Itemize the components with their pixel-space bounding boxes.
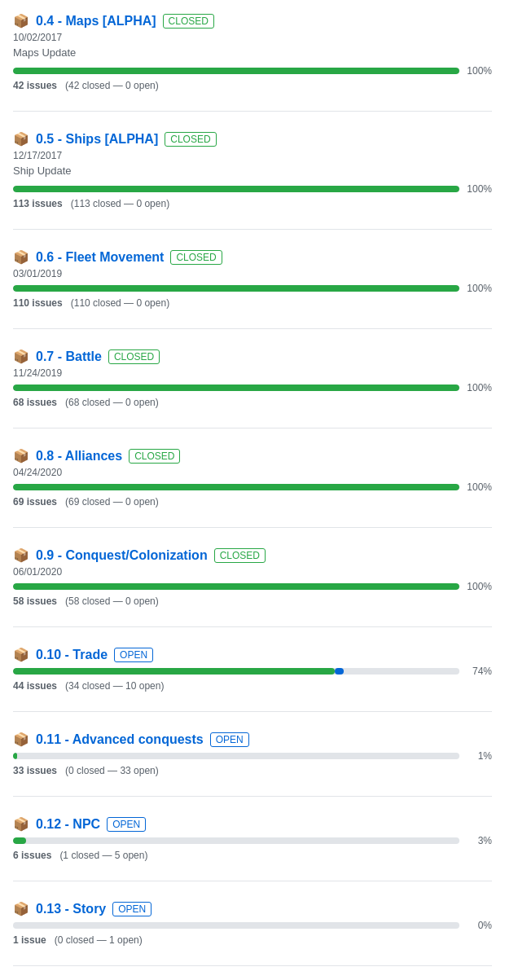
milestone-header: 📦 0.6 - Fleet Movement CLOSED xyxy=(13,249,492,265)
milestone-status-badge: CLOSED xyxy=(165,132,216,147)
milestone-item: 📦 0.13 - Story OPEN 0% 1 issue (0 closed… xyxy=(13,901,492,966)
milestone-progress-container: 100% xyxy=(13,382,492,393)
milestone-progress-container: 100% xyxy=(13,481,492,493)
milestone-progress-container: 100% xyxy=(13,581,492,592)
milestone-icon: 📦 xyxy=(13,131,29,147)
milestone-header: 📦 0.8 - Alliances CLOSED xyxy=(13,448,492,464)
milestone-progress-container: 3% xyxy=(13,835,492,846)
milestone-title[interactable]: 0.4 - Maps [ALPHA] xyxy=(36,14,156,29)
milestone-header: 📦 0.13 - Story OPEN xyxy=(13,901,492,916)
milestone-title[interactable]: 0.12 - NPC xyxy=(36,817,100,832)
milestone-title[interactable]: 0.9 - Conquest/Colonization xyxy=(36,548,208,563)
milestone-icon: 📦 xyxy=(13,647,29,662)
milestone-progress-pct: 100% xyxy=(466,382,492,393)
milestone-icon: 📦 xyxy=(13,816,29,832)
milestone-progress-container: 74% xyxy=(13,666,492,677)
milestone-progress-track xyxy=(13,668,459,675)
milestone-progress-pct: 100% xyxy=(466,283,492,294)
milestone-icon: 📦 xyxy=(13,732,29,747)
milestone-progress-pct: 74% xyxy=(466,666,492,677)
milestone-progress-container: 1% xyxy=(13,750,492,762)
milestone-icon: 📦 xyxy=(13,448,29,464)
milestone-stats: 1 issue (0 closed — 1 open) xyxy=(13,934,492,946)
milestone-title[interactable]: 0.6 - Fleet Movement xyxy=(36,250,164,265)
milestone-stats: 33 issues (0 closed — 33 open) xyxy=(13,765,492,776)
milestone-item: 📦 0.9 - Conquest/Colonization CLOSED 06/… xyxy=(13,547,492,627)
milestone-title[interactable]: 0.10 - Trade xyxy=(36,648,108,662)
milestone-progress-track xyxy=(13,837,459,844)
milestone-stats: 68 issues (68 closed — 0 open) xyxy=(13,397,492,408)
milestone-progress-pct: 1% xyxy=(466,750,492,762)
milestone-status-badge: OPEN xyxy=(107,817,146,832)
milestone-item: 📦 0.10 - Trade OPEN 74% 44 issues (34 cl… xyxy=(13,647,492,712)
milestone-date: 11/24/2019 xyxy=(13,367,492,379)
milestone-status-badge: CLOSED xyxy=(170,250,222,265)
milestone-progress-track xyxy=(13,753,459,759)
milestone-title[interactable]: 0.13 - Story xyxy=(36,902,106,916)
milestone-status-badge: OPEN xyxy=(114,648,153,662)
milestone-item: 📦 0.6 - Fleet Movement CLOSED 03/01/2019… xyxy=(13,249,492,329)
milestone-title[interactable]: 0.8 - Alliances xyxy=(36,449,122,464)
milestone-header: 📦 0.9 - Conquest/Colonization CLOSED xyxy=(13,547,492,563)
milestone-header: 📦 0.11 - Advanced conquests OPEN xyxy=(13,732,492,747)
milestone-date: 10/02/2017 xyxy=(13,32,492,43)
milestone-icon: 📦 xyxy=(13,901,29,916)
milestone-header: 📦 0.12 - NPC OPEN xyxy=(13,816,492,832)
milestone-progress-track xyxy=(13,186,459,192)
milestone-progress-pct: 100% xyxy=(466,581,492,592)
milestone-status-badge: CLOSED xyxy=(108,349,160,364)
milestone-item: 📦 0.4 - Maps [ALPHA] CLOSED 10/02/2017 M… xyxy=(13,13,492,112)
milestone-item: 📦 0.8 - Alliances CLOSED 04/24/2020 100%… xyxy=(13,448,492,528)
milestone-progress-container: 100% xyxy=(13,65,492,77)
milestone-progress-track xyxy=(13,922,459,929)
milestone-header: 📦 0.7 - Battle CLOSED xyxy=(13,349,492,364)
milestone-status-badge: CLOSED xyxy=(129,449,180,464)
milestone-icon: 📦 xyxy=(13,547,29,563)
milestone-date: 03/01/2019 xyxy=(13,268,492,279)
milestone-status-badge: OPEN xyxy=(112,902,152,916)
milestone-date: 06/01/2020 xyxy=(13,566,492,578)
milestone-progress-track xyxy=(13,583,459,590)
milestone-item: 📦 0.11 - Advanced conquests OPEN 1% 33 i… xyxy=(13,732,492,797)
milestone-header: 📦 0.4 - Maps [ALPHA] CLOSED xyxy=(13,13,492,29)
milestone-header: 📦 0.10 - Trade OPEN xyxy=(13,647,492,662)
milestone-title[interactable]: 0.5 - Ships [ALPHA] xyxy=(36,132,158,147)
milestone-header: 📦 0.5 - Ships [ALPHA] CLOSED xyxy=(13,131,492,147)
milestone-stats: 6 issues (1 closed — 5 open) xyxy=(13,850,492,861)
milestone-date: 12/17/2017 xyxy=(13,150,492,161)
milestone-status-badge: CLOSED xyxy=(163,14,214,29)
milestone-progress-track xyxy=(13,68,459,74)
milestone-title[interactable]: 0.7 - Battle xyxy=(36,349,102,364)
milestone-stats: 44 issues (34 closed — 10 open) xyxy=(13,680,492,692)
milestone-progress-track xyxy=(13,285,459,292)
milestone-item: 📦 0.5 - Ships [ALPHA] CLOSED 12/17/2017 … xyxy=(13,131,492,230)
milestone-stats: 58 issues (58 closed — 0 open) xyxy=(13,595,492,607)
milestone-date: 04/24/2020 xyxy=(13,467,492,478)
milestone-status-badge: CLOSED xyxy=(214,548,266,563)
milestone-progress-track xyxy=(13,484,459,490)
milestone-stats: 113 issues (113 closed — 0 open) xyxy=(13,198,492,209)
milestone-progress-pct: 100% xyxy=(466,65,492,77)
milestone-progress-track xyxy=(13,385,459,391)
milestone-progress-pct: 0% xyxy=(466,920,492,931)
milestone-progress-pct: 3% xyxy=(466,835,492,846)
milestone-progress-pct: 100% xyxy=(466,183,492,195)
milestone-progress-container: 100% xyxy=(13,183,492,195)
milestone-icon: 📦 xyxy=(13,349,29,364)
milestones-list: 📦 0.4 - Maps [ALPHA] CLOSED 10/02/2017 M… xyxy=(13,13,492,980)
milestone-item: 📦 0.7 - Battle CLOSED 11/24/2019 100% 68… xyxy=(13,349,492,428)
milestone-icon: 📦 xyxy=(13,249,29,265)
milestone-description: Maps Update xyxy=(13,46,492,59)
milestone-description: Ship Update xyxy=(13,165,492,177)
milestone-stats: 42 issues (42 closed — 0 open) xyxy=(13,80,492,91)
milestone-item: 📦 0.12 - NPC OPEN 3% 6 issues (1 closed … xyxy=(13,816,492,881)
milestone-status-badge: OPEN xyxy=(210,732,249,747)
milestone-progress-container: 0% xyxy=(13,920,492,931)
milestone-stats: 69 issues (69 closed — 0 open) xyxy=(13,496,492,508)
milestone-icon: 📦 xyxy=(13,13,29,29)
milestone-progress-container: 100% xyxy=(13,283,492,294)
milestone-progress-pct: 100% xyxy=(466,481,492,493)
milestone-stats: 110 issues (110 closed — 0 open) xyxy=(13,297,492,309)
milestone-title[interactable]: 0.11 - Advanced conquests xyxy=(36,732,204,747)
